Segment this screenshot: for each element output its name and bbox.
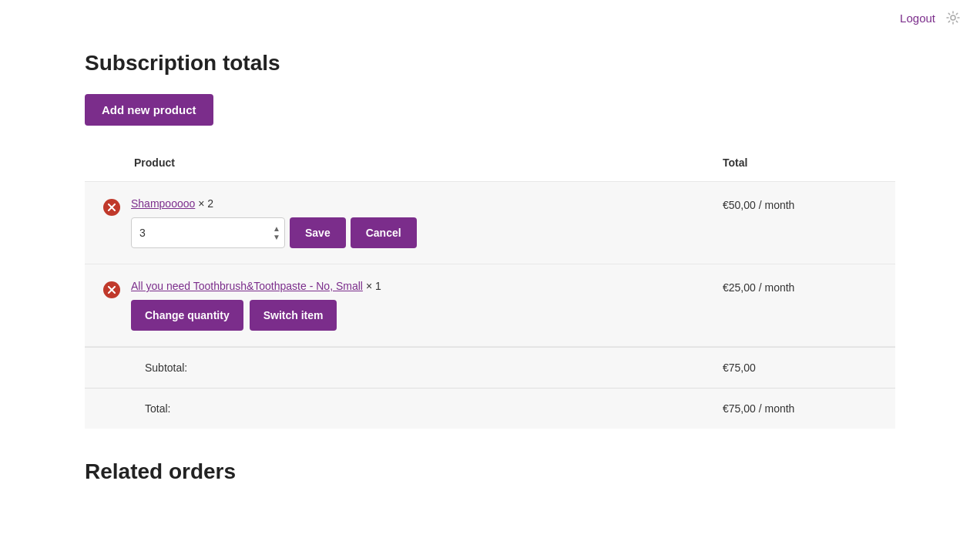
product-total-2: €25,00 / month [723, 280, 877, 294]
product-info-2: All you need Toothbrush&Toothpaste - No,… [120, 280, 723, 331]
total-value: €75,00 / month [723, 402, 877, 415]
switch-item-button[interactable]: Switch item [250, 300, 337, 331]
change-quantity-button[interactable]: Change quantity [131, 300, 243, 331]
subtotal-row: Subtotal: €75,00 [85, 347, 895, 388]
qty-input-wrapper-1: ▲ ▼ [131, 217, 285, 248]
cancel-button-1[interactable]: Cancel [351, 217, 417, 248]
qty-up-1[interactable]: ▲ [273, 225, 280, 233]
total-row: Total: €75,00 / month [85, 388, 895, 429]
settings-icon [945, 9, 962, 26]
qty-spinner-1: ▲ ▼ [273, 225, 280, 241]
related-orders-title: Related orders [85, 459, 895, 484]
subscription-table: Product Total Shampooooo × 2 [85, 144, 895, 429]
col-remove-header [103, 156, 134, 169]
qty-input-1[interactable] [131, 217, 285, 248]
subtotal-value: €75,00 [723, 362, 877, 374]
svg-point-0 [951, 15, 955, 20]
product-row-top-2: All you need Toothbrush&Toothpaste - No,… [131, 280, 723, 292]
main-content: Subscription totals Add new product Prod… [0, 35, 980, 500]
table-header: Product Total [85, 144, 895, 182]
product-total-1: €50,00 / month [723, 197, 877, 211]
col-total-header: Total [723, 156, 877, 169]
product-qty-1: × 2 [198, 197, 213, 210]
product-row-top-1: Shampooooo × 2 [131, 197, 723, 210]
remove-item-button-2[interactable] [103, 281, 120, 298]
product-name-link-2[interactable]: All you need Toothbrush&Toothpaste - No,… [131, 280, 363, 292]
remove-item-button-1[interactable] [103, 199, 120, 216]
product-info-1: Shampooooo × 2 ▲ ▼ Save Cancel [120, 197, 723, 248]
header: Logout [0, 0, 980, 35]
action-buttons-2: Change quantity Switch item [131, 300, 723, 331]
table-row: Shampooooo × 2 ▲ ▼ Save Cancel €50,00 / … [85, 182, 895, 264]
qty-down-1[interactable]: ▼ [273, 234, 280, 241]
logout-link[interactable]: Logout [900, 12, 935, 25]
save-button-1[interactable]: Save [290, 217, 346, 248]
qty-controls-1: ▲ ▼ Save Cancel [131, 217, 723, 248]
add-product-button[interactable]: Add new product [85, 94, 213, 126]
subtotal-label: Subtotal: [103, 362, 723, 374]
total-label: Total: [103, 402, 723, 415]
col-product-header: Product [134, 156, 723, 169]
page-title: Subscription totals [85, 51, 895, 76]
product-name-link-1[interactable]: Shampooooo [131, 197, 195, 210]
product-qty-2: × 1 [366, 280, 381, 292]
table-row: All you need Toothbrush&Toothpaste - No,… [85, 264, 895, 347]
